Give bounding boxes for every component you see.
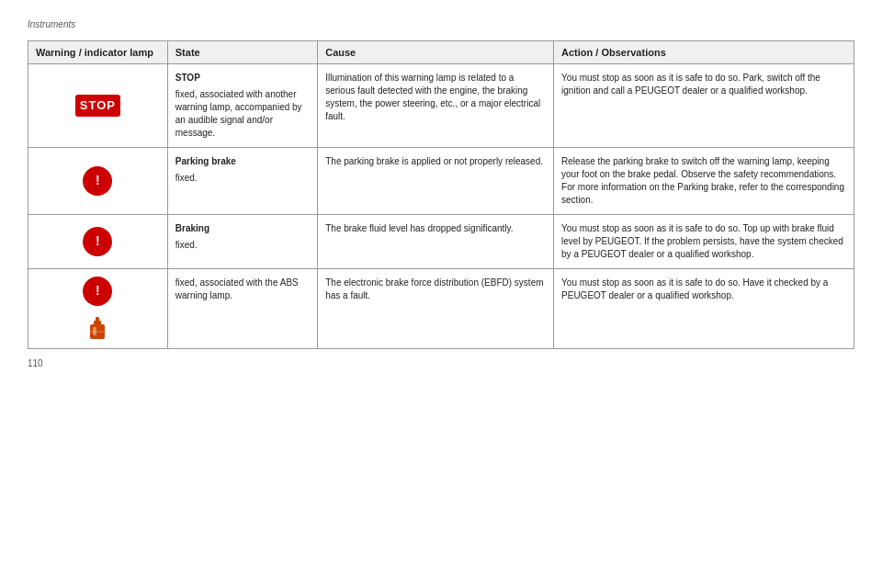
page-header: Instruments	[28, 18, 854, 29]
icon-cell: !	[28, 215, 168, 269]
action-cell: Release the parking brake to switch off …	[554, 148, 854, 215]
col-action: Action / Observations	[554, 41, 854, 64]
table-row: ! fixed, associated with the ABS warning…	[28, 269, 854, 349]
table-row: !Parking brakefixed.The parking brake is…	[28, 148, 854, 215]
lamp-name-cell: fixed, associated with the ABS warning l…	[167, 269, 317, 349]
cause-cell: Illumination of this warning lamp is rel…	[318, 64, 554, 148]
lamp-name-cell: STOPfixed, associated with another warni…	[167, 64, 317, 148]
exclaim-icon: !	[83, 166, 112, 196]
lamp-name: Braking	[175, 222, 310, 235]
table-row: !Brakingfixed.The brake fluid level has …	[28, 215, 854, 269]
state-text: fixed, associated with another warning l…	[175, 89, 302, 138]
exclaim-icon: !	[83, 277, 112, 306]
stop-badge: STOP	[75, 95, 120, 117]
svg-rect-2	[96, 317, 99, 322]
col-warning-lamp: Warning / indicator lamp	[28, 41, 168, 64]
table-header-row: Warning / indicator lamp State Cause Act…	[28, 41, 854, 64]
cause-cell: The electronic brake force distribution …	[318, 269, 554, 349]
section-title: Instruments	[28, 19, 75, 29]
lamp-name-cell: Parking brakefixed.	[167, 148, 317, 215]
icon-cell: !	[28, 148, 168, 215]
action-cell: You must stop as soon as it is safe to d…	[554, 269, 854, 349]
cause-cell: The parking brake is applied or not prop…	[318, 148, 554, 215]
state-text: fixed.	[175, 240, 198, 250]
col-state: State	[167, 41, 317, 64]
action-cell: You must stop as soon as it is safe to d…	[554, 215, 854, 269]
lamp-name-cell: Brakingfixed.	[167, 215, 317, 269]
state-text: fixed, associated with the ABS warning l…	[175, 277, 299, 300]
cause-cell: The brake fluid level has dropped signif…	[318, 215, 554, 269]
lamp-name: Parking brake	[175, 155, 310, 168]
icon-cell: !	[28, 269, 168, 349]
warning-lamp-table: Warning / indicator lamp State Cause Act…	[28, 40, 854, 349]
action-cell: You must stop as soon as it is safe to d…	[554, 64, 854, 148]
brake-pump-icon	[85, 313, 109, 341]
col-cause: Cause	[318, 41, 554, 64]
icon-cell: STOP	[28, 64, 168, 148]
state-text: fixed.	[175, 173, 198, 183]
table-row: STOPSTOPfixed, associated with another w…	[28, 64, 854, 148]
exclaim-icon: !	[83, 227, 112, 256]
page-number: 110	[28, 358, 854, 368]
lamp-name: STOP	[175, 72, 310, 85]
